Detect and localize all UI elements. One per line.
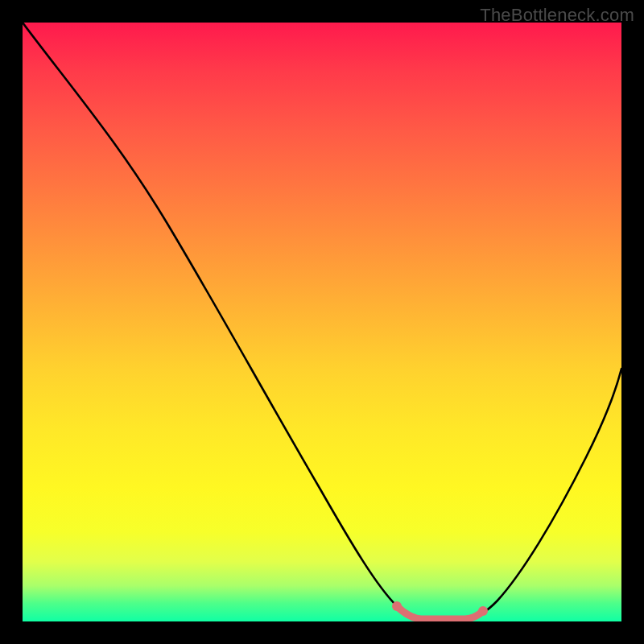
curve-path [23, 23, 621, 619]
chart-frame: TheBottleneck.com [0, 0, 644, 644]
highlight-end-dot [478, 606, 488, 616]
plot-area [23, 23, 621, 621]
highlight-start-dot [392, 601, 402, 611]
watermark-text: TheBottleneck.com [480, 5, 634, 26]
highlight-segment [397, 606, 483, 619]
bottleneck-curve [23, 23, 621, 621]
